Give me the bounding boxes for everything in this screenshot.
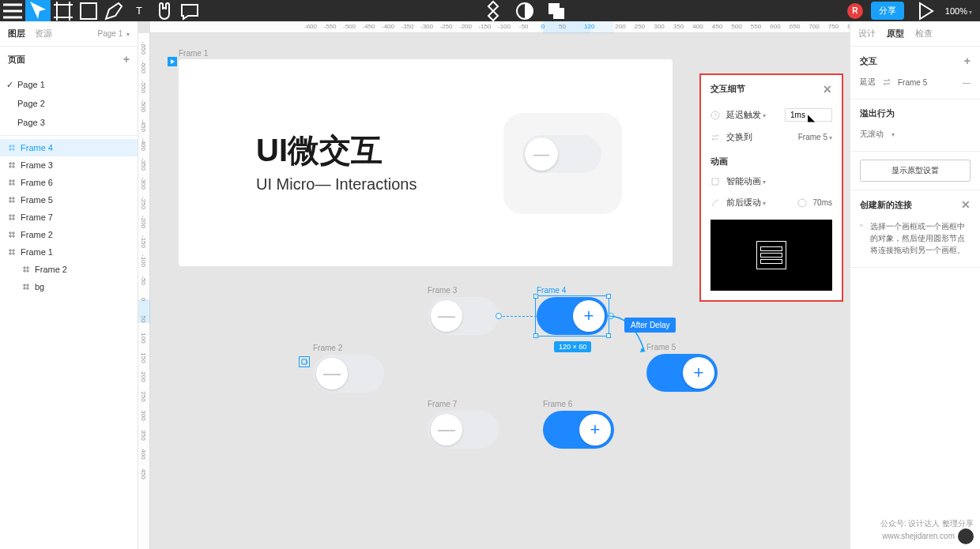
close-detail-button[interactable]: ✕ [823, 83, 832, 96]
swap-target[interactable]: Frame 5▾ [798, 133, 832, 141]
ruler-vertical: -650-600-550-500-450-400-350-300-250-200… [138, 33, 150, 549]
overflow-value[interactable]: 无滚动▾ [860, 126, 971, 143]
new-connection-help: 选择一个画框或一个画框中的对象，然后使用圆形节点将连接拖动到另一个画框。 [870, 220, 971, 256]
after-delay-badge[interactable]: After Delay [624, 318, 676, 333]
selection-box [535, 295, 609, 337]
frame1-label[interactable]: Frame 1 [179, 49, 208, 58]
trigger-label[interactable]: 延迟触发▾ [726, 109, 778, 121]
svg-rect-3 [553, 8, 564, 19]
comment-tool[interactable] [177, 0, 202, 21]
frame1-subtitle: UI Micro— Interactions [256, 175, 416, 194]
easing-icon [710, 198, 720, 208]
detail-title: 交互细节 [710, 83, 745, 96]
interactions-header: 交互 [860, 55, 877, 67]
smart-animate-label[interactable]: 智能动画▾ [726, 175, 832, 187]
layer-item[interactable]: Frame 6 [0, 174, 138, 191]
page-item[interactable]: Page 2 [0, 94, 138, 113]
swap-icon [710, 133, 720, 142]
frame-1[interactable]: UI微交互 UI Micro— Interactions — [179, 59, 673, 266]
frame-6[interactable]: Frame 6 + [543, 411, 614, 449]
add-page-button[interactable]: + [123, 53, 130, 66]
tab-prototype[interactable]: 原型 [887, 28, 904, 39]
frame-2[interactable]: Frame 2 — [313, 355, 384, 393]
hand-tool[interactable] [152, 0, 177, 21]
overflow-header: 溢出行为 [860, 107, 895, 119]
union-icon[interactable] [544, 0, 569, 21]
swap-icon [882, 77, 891, 87]
tab-design[interactable]: 设计 [858, 28, 876, 39]
cursor-icon: ◣ [808, 112, 815, 123]
layer-item[interactable]: Frame 2 [0, 261, 138, 278]
canvas-area[interactable]: -600-550-500-450-400-350-300-250-200-150… [138, 21, 850, 549]
text-tool[interactable]: T [126, 0, 152, 21]
frame4-label: Frame 4 [537, 286, 566, 295]
watermark: 公众号: 设计达人 整理分享 www.shejidaren.com [880, 518, 974, 544]
frame6-label: Frame 6 [543, 400, 572, 408]
top-toolbar: T R 分享 100%▾ [0, 0, 980, 21]
swap-label[interactable]: 交换到 [726, 131, 792, 143]
add-interaction-button[interactable]: + [964, 55, 971, 67]
layer-item[interactable]: Frame 5 [0, 191, 138, 209]
frame-5[interactable]: Frame 5 + [646, 354, 718, 392]
tab-inspect[interactable]: 检查 [915, 28, 933, 39]
page-item[interactable]: Page 3 [0, 113, 138, 132]
user-avatar[interactable]: R [847, 3, 863, 19]
clock-icon [710, 111, 720, 120]
layer-item[interactable]: Frame 3 [0, 156, 138, 174]
frame-3[interactable]: Frame 3 — [428, 297, 499, 335]
smart-anim-icon [710, 177, 720, 186]
frame-4[interactable]: Frame 4 + 120 × 60 [537, 297, 608, 335]
page-item[interactable]: Page 1 [0, 75, 138, 94]
close-new-connection[interactable]: ✕ [961, 198, 971, 211]
frame2-label: Frame 2 [313, 344, 342, 352]
page-selector[interactable]: Page 1 ▾ [98, 29, 130, 38]
connection-node[interactable] [496, 313, 502, 319]
prototype-icon[interactable] [299, 356, 310, 367]
pen-tool[interactable] [101, 0, 126, 21]
inspector-panel: 设计 原型 检查 交互 + 延迟 Frame 5 — 溢出行为 无滚动▾ 显示原… [850, 21, 980, 549]
animation-header: 动画 [701, 148, 842, 171]
connection-help-icon [860, 220, 864, 231]
duration-icon [797, 198, 807, 208]
svg-rect-5 [712, 179, 718, 185]
layer-item[interactable]: bg [0, 278, 138, 295]
layer-item[interactable]: Frame 2 [0, 226, 138, 243]
layer-item[interactable]: Frame 1 [0, 243, 138, 261]
easing-duration[interactable]: 70ms [813, 198, 832, 207]
show-prototype-settings-button[interactable]: 显示原型设置 [860, 160, 971, 182]
svg-rect-0 [81, 3, 96, 19]
animation-preview [710, 220, 832, 291]
present-button[interactable] [912, 0, 937, 21]
frame5-label: Frame 5 [646, 343, 676, 352]
svg-point-6 [798, 199, 806, 207]
zoom-level[interactable]: 100%▾ [945, 6, 972, 16]
tab-layers[interactable]: 图层 [8, 28, 25, 39]
frame3-label: Frame 3 [428, 286, 457, 295]
ruler-horizontal: -600-550-500-450-400-350-300-250-200-150… [150, 21, 850, 33]
svg-rect-7 [861, 224, 862, 226]
frame7-label: Frame 7 [428, 400, 457, 408]
frame-7[interactable]: Frame 7 — [428, 411, 499, 449]
pages-header: 页面 [8, 54, 25, 66]
mask-icon[interactable] [512, 0, 537, 21]
toggle-large: — [522, 135, 601, 173]
toggle-container: — [503, 113, 622, 214]
menu-button[interactable] [0, 0, 25, 21]
interaction-row[interactable]: 延迟 Frame 5 — [860, 73, 971, 91]
dimension-badge: 120 × 60 [554, 341, 591, 352]
easing-label[interactable]: 前后缓动▾ [726, 197, 791, 209]
interaction-detail-panel: 交互细节 ✕ 延迟触发▾ 交换到 Frame 5▾ 动画 智能动画▾ [699, 73, 843, 302]
frame1-title: UI微交互 [256, 129, 416, 172]
layer-item[interactable]: Frame 4 [0, 139, 138, 156]
frame-tool[interactable] [51, 0, 76, 21]
layers-panel: 图层 资源 Page 1 ▾ 页面 + Page 1Page 2Page 3 F… [0, 21, 138, 549]
move-tool[interactable] [25, 0, 51, 21]
shape-tool[interactable] [76, 0, 101, 21]
layer-item[interactable]: Frame 7 [0, 209, 138, 226]
component-icon[interactable] [481, 0, 506, 21]
tab-assets[interactable]: 资源 [35, 28, 52, 39]
new-connection-header: 创建新的连接 [860, 199, 912, 211]
share-button[interactable]: 分享 [871, 2, 904, 20]
prototype-start-badge[interactable] [168, 57, 177, 66]
